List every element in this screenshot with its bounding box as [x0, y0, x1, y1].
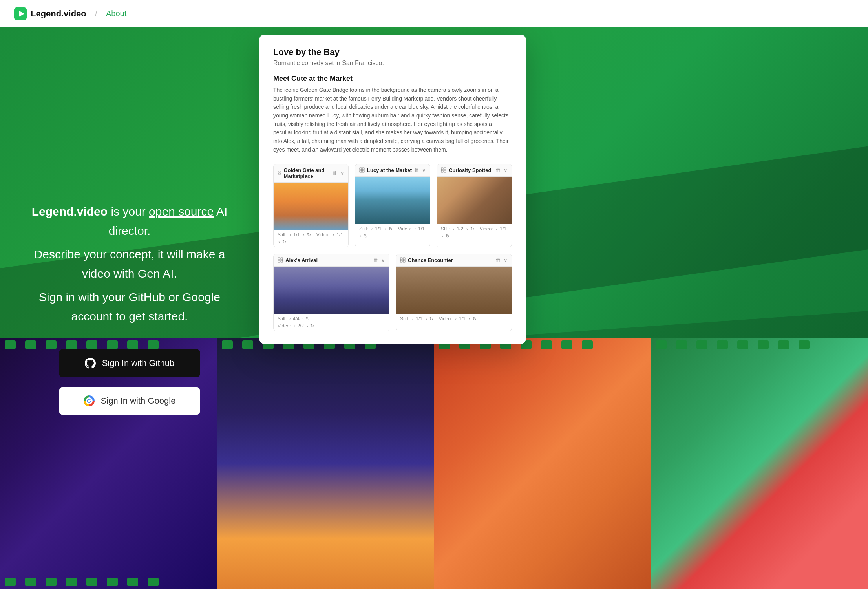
still-next-4[interactable]: ›	[302, 316, 305, 321]
hero-line-1: Legend.video is your open source AI dire…	[24, 202, 236, 241]
scene-description: The iconic Golden Gate Bridge looms in t…	[273, 86, 512, 154]
svg-rect-14	[278, 258, 280, 260]
hero-line-3: Sign in with your GitHub or Google accou…	[24, 287, 236, 326]
shot-card-5: Chance Encounter 🗑 ∨ Still: ‹ 1/1 › ↻ Vi…	[396, 254, 512, 331]
about-link[interactable]: About	[106, 9, 126, 18]
shot-header-3: Curiosity Spotted 🗑 ∨	[437, 164, 512, 177]
logo-container: Legend.video	[14, 7, 86, 20]
google-logo: G	[84, 395, 95, 406]
svg-rect-12	[441, 170, 443, 172]
github-signin-button[interactable]: Sign In with Github	[59, 349, 200, 377]
video-next-2[interactable]: ›	[359, 234, 362, 238]
svg-rect-18	[400, 258, 402, 260]
brand-name: Legend.video	[31, 9, 86, 19]
shot-header-1: Golden Gate and Marketplace 🗑 ∨	[274, 164, 348, 183]
svg-rect-6	[360, 168, 362, 170]
grid-icon-4	[278, 257, 283, 263]
hero-line-2: Describe your concept, it will make a vi…	[24, 245, 236, 284]
frame-flowers	[651, 338, 868, 589]
chevron-icon-5[interactable]: ∨	[504, 257, 508, 263]
shot-card-2: Lucy at the Market 🗑 ∨ Still: ‹ 1/1 › ↻ …	[355, 164, 430, 247]
hero-text-block: Legend.video is your open source AI dire…	[24, 202, 236, 330]
open-source-link[interactable]: open source	[149, 205, 214, 218]
svg-rect-15	[281, 258, 283, 260]
still-prev-3[interactable]: ‹	[452, 227, 455, 231]
video-next-3[interactable]: ›	[441, 234, 444, 238]
svg-rect-8	[360, 170, 362, 172]
svg-rect-2	[278, 171, 279, 172]
perfs-top-4	[651, 338, 868, 352]
shot-thumbnail-2	[355, 177, 430, 224]
still-next-1[interactable]: ›	[302, 232, 305, 237]
still-next-3[interactable]: ›	[466, 227, 469, 231]
still-prev-4[interactable]: ‹	[289, 316, 292, 321]
svg-rect-17	[281, 260, 283, 262]
shot-name-4: Alex's Arrival	[285, 257, 318, 263]
video-prev-1[interactable]: ‹	[332, 232, 335, 237]
chevron-icon-3[interactable]: ∨	[504, 167, 508, 173]
logo-icon	[14, 7, 27, 20]
svg-rect-3	[280, 171, 281, 172]
chevron-icon-2[interactable]: ∨	[422, 167, 426, 173]
grid-icon-3	[441, 167, 446, 173]
shots-grid-top: Golden Gate and Marketplace 🗑 ∨ Still: ‹…	[273, 164, 512, 247]
app-window-subtitle: Romantic comedy set in San Francisco.	[273, 60, 512, 67]
shot-card-4: Alex's Arrival 🗑 ∨ Still: ‹ 4/4 › ↻ Vide…	[273, 254, 389, 331]
shot-name-3: Curiosity Spotted	[449, 167, 491, 173]
shot-header-4: Alex's Arrival 🗑 ∨	[274, 254, 389, 267]
still-prev-2[interactable]: ‹	[371, 227, 374, 231]
trash-icon-1[interactable]: 🗑	[332, 170, 337, 176]
breadcrumb-separator: /	[95, 9, 97, 19]
video-prev-3[interactable]: ‹	[495, 227, 499, 231]
chevron-icon-4[interactable]: ∨	[381, 257, 385, 263]
video-next-4[interactable]: ›	[306, 324, 309, 328]
grid-icon-2	[359, 167, 365, 173]
shot-footer-1: Still: ‹ 1/1 › ↻ Video: ‹ 1/1 › ↻	[274, 230, 348, 247]
shot-footer-5: Still: ‹ 1/1 › ↻ Video: ‹ 1/1 › ↻	[396, 314, 512, 324]
shot-footer-3: Still: ‹ 1/2 › ↻ Video: ‹ 1/1 › ↻	[437, 224, 512, 241]
navbar: Legend.video / About	[0, 0, 868, 27]
shot-card-3: Curiosity Spotted 🗑 ∨ Still: ‹ 1/2 › ↻ V…	[437, 164, 512, 247]
grid-icon-5	[400, 257, 406, 263]
trash-icon-2[interactable]: 🗑	[414, 167, 419, 173]
chevron-icon-1[interactable]: ∨	[340, 170, 344, 176]
still-prev-1[interactable]: ‹	[289, 232, 292, 237]
trash-icon-3[interactable]: 🗑	[495, 167, 501, 173]
svg-rect-10	[441, 168, 443, 170]
trash-icon-4[interactable]: 🗑	[373, 257, 378, 263]
google-signin-button[interactable]: G Sign In with Google	[59, 387, 200, 415]
video-prev-2[interactable]: ‹	[414, 227, 417, 231]
app-window-title: Love by the Bay	[273, 47, 512, 57]
still-next-2[interactable]: ›	[384, 227, 387, 231]
scene-title: Meet Cute at the Market	[273, 75, 512, 83]
trash-icon-5[interactable]: 🗑	[495, 257, 501, 263]
shot-name-5: Chance Encounter	[408, 257, 453, 263]
shot-footer-2: Still: ‹ 1/1 › ↻ Video: ‹ 1/1 › ↻	[355, 224, 430, 241]
frame-rocket	[434, 338, 651, 589]
still-next-5[interactable]: ›	[425, 316, 428, 321]
shot-thumbnail-4	[274, 267, 389, 314]
svg-rect-9	[362, 170, 364, 172]
shot-card-1: Golden Gate and Marketplace 🗑 ∨ Still: ‹…	[273, 164, 349, 247]
svg-rect-19	[403, 258, 405, 260]
shot-header-2: Lucy at the Market 🗑 ∨	[355, 164, 430, 177]
video-next-1[interactable]: ›	[278, 240, 281, 244]
svg-rect-5	[280, 173, 281, 174]
video-prev-5[interactable]: ‹	[455, 316, 458, 321]
shots-grid-bottom: Alex's Arrival 🗑 ∨ Still: ‹ 4/4 › ↻ Vide…	[273, 254, 512, 331]
svg-rect-13	[444, 170, 446, 172]
app-window: Love by the Bay Romantic comedy set in S…	[259, 35, 526, 344]
still-prev-5[interactable]: ‹	[411, 316, 415, 321]
video-next-5[interactable]: ›	[468, 316, 471, 321]
hero-content: Legend.video is your open source AI dire…	[0, 27, 259, 589]
shot-name-1: Golden Gate and Marketplace	[283, 167, 332, 179]
github-icon	[85, 358, 96, 369]
shot-thumbnail-1	[274, 183, 348, 230]
shot-header-5: Chance Encounter 🗑 ∨	[396, 254, 512, 267]
svg-rect-7	[362, 168, 364, 170]
video-prev-4[interactable]: ‹	[293, 324, 296, 328]
svg-rect-4	[278, 173, 279, 174]
grid-icon-1	[278, 170, 281, 176]
shot-thumbnail-5	[396, 267, 512, 314]
shot-thumbnail-3	[437, 177, 512, 224]
